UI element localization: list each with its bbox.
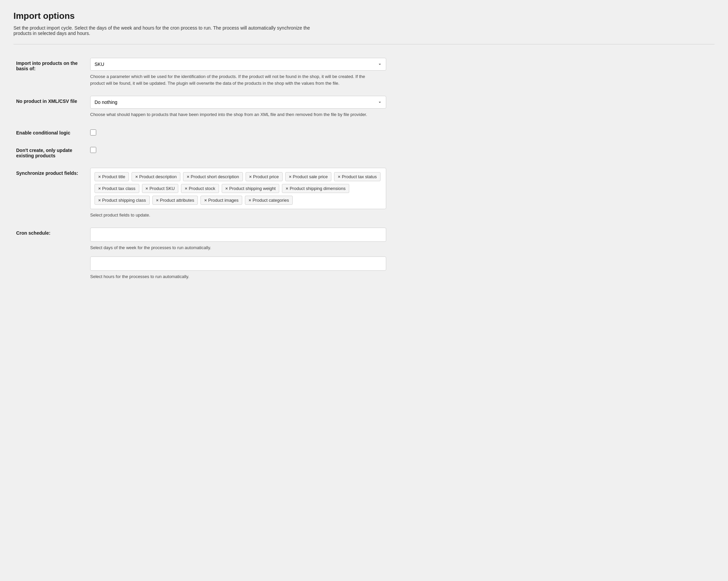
sync-fields-tags-container[interactable]: ×Product title×Product description×Produ… bbox=[90, 168, 386, 209]
tag-label: Product tax class bbox=[102, 186, 136, 191]
list-item[interactable]: ×Product short description bbox=[183, 172, 242, 181]
sync-fields-row: Synchronize product fields: ×Product tit… bbox=[14, 164, 714, 224]
conditional-logic-label: Enable conditional logic bbox=[16, 130, 70, 136]
list-item[interactable]: ×Product SKU bbox=[142, 184, 179, 193]
tag-label: Product description bbox=[139, 174, 177, 179]
list-item[interactable]: ×Product attributes bbox=[152, 196, 198, 205]
tag-label: Product shipping dimensions bbox=[290, 186, 345, 191]
list-item[interactable]: ×Product tax class bbox=[95, 184, 139, 193]
tag-label: Product tax status bbox=[342, 174, 377, 179]
tag-label: Product categories bbox=[253, 198, 289, 203]
sync-fields-description: Select product fields to update. bbox=[90, 212, 380, 219]
tag-label: Product price bbox=[253, 174, 279, 179]
list-item[interactable]: ×Product price bbox=[245, 172, 283, 181]
tag-label: Product shipping weight bbox=[229, 186, 276, 191]
divider bbox=[14, 44, 714, 45]
only-update-row: Don't create, only update existing produ… bbox=[14, 141, 714, 164]
no-product-label: No product in XML/CSV file bbox=[16, 99, 77, 104]
cron-schedule-label: Cron schedule: bbox=[16, 230, 50, 236]
tag-remove-icon[interactable]: × bbox=[289, 174, 292, 179]
tag-label: Product SKU bbox=[149, 186, 175, 191]
list-item[interactable]: ×Product shipping weight bbox=[222, 184, 280, 193]
tag-remove-icon[interactable]: × bbox=[98, 186, 101, 191]
tag-remove-icon[interactable]: × bbox=[98, 198, 101, 202]
conditional-logic-checkbox[interactable] bbox=[90, 130, 96, 136]
page-description: Set the product import cycle. Select the… bbox=[14, 25, 316, 36]
cron-hours-description: Select hours for the processes to run au… bbox=[90, 273, 380, 280]
only-update-checkbox[interactable] bbox=[90, 147, 96, 153]
tag-remove-icon[interactable]: × bbox=[135, 174, 138, 179]
tag-remove-icon[interactable]: × bbox=[146, 186, 148, 191]
tag-label: Product stock bbox=[189, 186, 215, 191]
conditional-logic-row: Enable conditional logic bbox=[14, 123, 714, 141]
tag-label: Product short description bbox=[191, 174, 239, 179]
tag-remove-icon[interactable]: × bbox=[338, 174, 340, 179]
tag-remove-icon[interactable]: × bbox=[286, 186, 288, 191]
list-item[interactable]: ×Product shipping dimensions bbox=[282, 184, 349, 193]
import-basis-description: Choose a parameter which will be used fo… bbox=[90, 73, 380, 86]
list-item[interactable]: ×Product sale price bbox=[285, 172, 332, 181]
tag-remove-icon[interactable]: × bbox=[98, 174, 101, 179]
tag-remove-icon[interactable]: × bbox=[204, 198, 207, 202]
only-update-label: Don't create, only update existing produ… bbox=[16, 147, 72, 158]
sync-fields-label: Synchronize product fields: bbox=[16, 170, 78, 176]
no-product-description: Choose what should happen to products th… bbox=[90, 111, 380, 118]
tag-remove-icon[interactable]: × bbox=[249, 198, 251, 202]
list-item[interactable]: ×Product shipping class bbox=[95, 196, 150, 205]
conditional-logic-checkbox-wrapper bbox=[90, 128, 712, 136]
no-product-row: No product in XML/CSV file Do nothing De… bbox=[14, 92, 714, 123]
list-item[interactable]: ×Product categories bbox=[245, 196, 293, 205]
tag-label: Product sale price bbox=[293, 174, 328, 179]
import-basis-select[interactable]: SKU ID Name bbox=[90, 58, 386, 71]
form-table: Import into products on the basis of: SK… bbox=[14, 54, 714, 285]
tag-remove-icon[interactable]: × bbox=[185, 186, 187, 191]
tag-remove-icon[interactable]: × bbox=[249, 174, 252, 179]
cron-days-description: Select days of the week for the processe… bbox=[90, 244, 380, 251]
page-title: Import options bbox=[14, 11, 714, 21]
tag-remove-icon[interactable]: × bbox=[226, 186, 228, 191]
no-product-select[interactable]: Do nothing Delete Disable bbox=[90, 96, 386, 109]
list-item[interactable]: ×Product images bbox=[201, 196, 242, 205]
list-item[interactable]: ×Product title bbox=[95, 172, 129, 181]
cron-hours-input[interactable] bbox=[90, 256, 386, 271]
tag-label: Product shipping class bbox=[102, 198, 146, 203]
tag-remove-icon[interactable]: × bbox=[156, 198, 159, 202]
list-item[interactable]: ×Product tax status bbox=[334, 172, 381, 181]
import-basis-row: Import into products on the basis of: SK… bbox=[14, 54, 714, 92]
list-item[interactable]: ×Product description bbox=[132, 172, 180, 181]
cron-days-input[interactable] bbox=[90, 228, 386, 242]
tag-label: Product images bbox=[208, 198, 238, 203]
cron-schedule-row: Cron schedule: Select days of the week f… bbox=[14, 224, 714, 285]
only-update-checkbox-wrapper bbox=[90, 145, 712, 153]
tag-remove-icon[interactable]: × bbox=[187, 174, 189, 179]
import-basis-label: Import into products on the basis of: bbox=[16, 60, 78, 71]
tag-label: Product title bbox=[102, 174, 126, 179]
tag-label: Product attributes bbox=[160, 198, 194, 203]
list-item[interactable]: ×Product stock bbox=[181, 184, 219, 193]
